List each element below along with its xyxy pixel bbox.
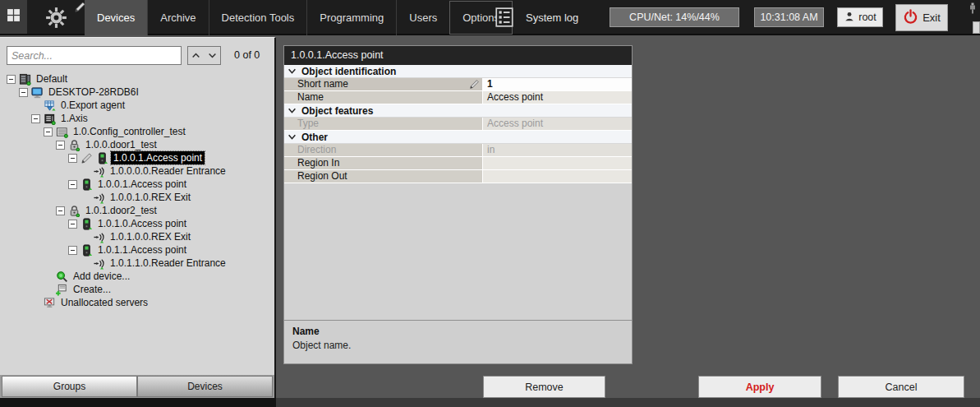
tree-item[interactable]: Add device...: [0, 270, 274, 283]
tree-item[interactable]: 1.0.0.1.Access point: [0, 178, 274, 191]
properties-panel: 1.0.0.1.Access point Object identificati…: [283, 45, 633, 364]
tree-item[interactable]: Unallocated servers: [0, 296, 274, 309]
property-grid: Object identificationShort name1NameAcce…: [284, 65, 632, 183]
tree-item[interactable]: 1.0.1.1.Access point: [0, 243, 274, 257]
access-point-icon: [95, 151, 108, 164]
tree-item[interactable]: Create...: [0, 283, 274, 296]
tree-item-label: 1.0.1.0.0.REX Exit: [108, 230, 193, 243]
tree-item[interactable]: 1.0.1.door2_test: [0, 204, 274, 217]
top-toolbar: DevicesArchiveDetection ToolsProgramming…: [0, 0, 980, 35]
tab-detection-tools[interactable]: Detection Tools: [209, 0, 307, 35]
tree-item-label: 1.0.1.0.Access point: [95, 217, 189, 230]
clock-indicator[interactable]: 10:31:08 AM: [754, 7, 824, 27]
tree-item-label: 1.Axis: [58, 112, 90, 125]
gear-icon[interactable]: [45, 7, 67, 29]
tree-expander[interactable]: [31, 114, 40, 123]
reader-icon: [92, 230, 105, 243]
tree-item[interactable]: 0.Export agent: [0, 99, 274, 112]
create-icon: [55, 283, 68, 296]
tab-devices[interactable]: Devices: [85, 0, 147, 35]
tree-item[interactable]: 1.0.0.door1_test: [0, 138, 274, 151]
search-next-button[interactable]: [204, 46, 221, 65]
reader-icon: [92, 257, 105, 270]
unallocated-icon: [43, 296, 56, 309]
property-row: Short name1: [284, 78, 632, 91]
property-grid-filler: [284, 183, 632, 320]
tree-expander[interactable]: [44, 127, 53, 136]
remove-button[interactable]: Remove: [483, 376, 605, 398]
tree-item-label: 1.0.0.0.0.Reader Entrance: [108, 164, 228, 178]
tree-item[interactable]: 1.0.1.1.0.Reader Entrance: [0, 257, 274, 270]
tree-item-label: 1.0.0.door1_test: [83, 138, 159, 151]
tree-item-label: Default: [34, 72, 70, 86]
system-log-icon[interactable]: [494, 7, 515, 28]
system-log-label[interactable]: System log: [526, 0, 578, 35]
property-label: Type: [284, 118, 483, 130]
tree-item[interactable]: 1.0.Config_controller_test: [0, 125, 274, 138]
property-row: Directionin: [284, 144, 632, 157]
tree-item[interactable]: DESKTOP-28RDB6I: [0, 86, 274, 99]
property-value[interactable]: 1: [483, 78, 632, 90]
pin-icon[interactable]: [968, 2, 978, 16]
tab-archive[interactable]: Archive: [147, 0, 208, 35]
tree-search-row: 0 of 0: [0, 44, 274, 67]
tree-expander[interactable]: [56, 206, 65, 215]
tree-expander[interactable]: [56, 141, 65, 150]
property-row: NameAccess point: [284, 91, 632, 104]
exit-button[interactable]: Exit: [895, 4, 948, 31]
tab-programming[interactable]: Programming: [306, 0, 396, 35]
property-description-title: Name: [292, 326, 623, 337]
current-user-button[interactable]: root: [837, 7, 883, 27]
export-agent-icon: [43, 99, 56, 112]
tree-expander[interactable]: [68, 220, 77, 229]
property-section[interactable]: Object features: [284, 104, 632, 118]
tree-item[interactable]: 1.0.1.0.0.REX Exit: [0, 230, 274, 243]
property-value[interactable]: [483, 157, 632, 169]
chevron-down-icon: [288, 132, 297, 141]
cpu-net-indicator[interactable]: CPU/Net: 14%/44%: [610, 7, 739, 27]
tree-item-label: Add device...: [71, 270, 132, 283]
tree-item[interactable]: 1.0.0.1.Access point: [0, 151, 274, 164]
bottom-tab-devices[interactable]: Devices: [137, 376, 273, 397]
apply-button[interactable]: Apply: [698, 376, 821, 398]
bottom-strip-right: [276, 398, 980, 407]
apps-menu-button[interactable]: [0, 0, 27, 34]
reader-icon: [92, 191, 105, 204]
property-label: Region In: [284, 157, 483, 169]
tree-item-label: 1.0.0.1.Access point: [111, 151, 205, 164]
tree-item[interactable]: 1.0.0.1.0.REX Exit: [0, 191, 274, 204]
tree-item-label: 1.0.0.1.0.REX Exit: [108, 191, 193, 204]
cancel-button[interactable]: Cancel: [838, 376, 964, 398]
tree-item[interactable]: 1.0.0.0.0.Reader Entrance: [0, 164, 274, 178]
property-value: Access point: [483, 118, 632, 130]
tree-expander[interactable]: [68, 180, 77, 189]
bottom-tab-groups[interactable]: Groups: [2, 376, 137, 397]
property-section[interactable]: Other: [284, 131, 632, 144]
tree-expander[interactable]: [68, 246, 77, 255]
property-value: in: [483, 144, 632, 156]
search-input[interactable]: [7, 46, 182, 65]
property-value[interactable]: Access point: [483, 91, 632, 104]
tree-item[interactable]: 1.Axis: [0, 112, 274, 125]
tree-expander[interactable]: [7, 75, 16, 84]
apps-grid-icon: [7, 8, 21, 25]
property-value[interactable]: [483, 170, 632, 183]
tree-item[interactable]: Default: [0, 72, 274, 86]
search-prev-button[interactable]: [187, 46, 205, 65]
tree-expander[interactable]: [68, 154, 77, 163]
main-tabs: DevicesArchiveDetection ToolsProgramming…: [85, 0, 513, 35]
property-section[interactable]: Object identification: [284, 65, 632, 78]
property-section-label: Other: [301, 132, 328, 143]
tab-users[interactable]: Users: [396, 0, 449, 35]
panel-collapse-handle[interactable]: [973, 21, 980, 34]
property-label: Name: [284, 91, 483, 104]
property-description: Name Object name.: [284, 320, 632, 363]
tree-expander[interactable]: [19, 88, 28, 97]
user-icon: [844, 11, 855, 25]
chevron-down-icon: [288, 67, 297, 76]
tree-item-label: Unallocated servers: [58, 296, 150, 309]
access-point-icon: [80, 178, 93, 191]
tree-item-label: 1.0.0.1.Access point: [95, 178, 189, 191]
server-group-icon: [18, 72, 31, 86]
tree-item[interactable]: 1.0.1.0.Access point: [0, 217, 274, 230]
